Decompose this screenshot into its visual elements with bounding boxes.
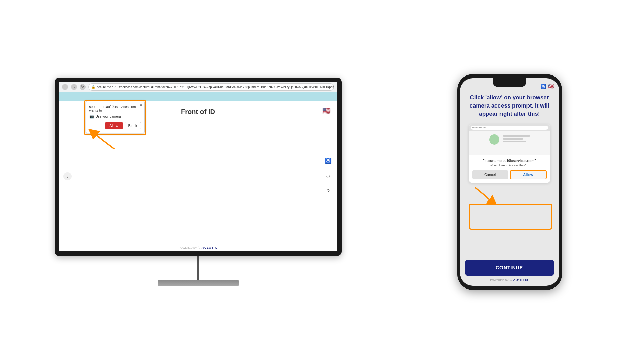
powered-by-bar: POWERED BY 🛡 AU1OTIX [179,246,217,249]
phone-mock-url-bar: secure-me.au10... [471,126,548,130]
browser-refresh-btn[interactable]: ↻ [80,84,86,90]
phone-content: Click 'allow' on your browser camera acc… [460,90,559,260]
browser-back-btn[interactable]: ← [62,84,68,90]
face-scan-icon[interactable]: ☺ [324,172,333,181]
flag-icon: 🇺🇸 [322,107,331,115]
monitor-screen: ← → ↻ 🔒 secure-me.au10ixservices.com/cap… [59,82,337,251]
phone-mock-line-3 [503,141,526,142]
phone-flag-icon: 🇺🇸 [548,84,554,89]
phone-autiotix-label: AU1OTIX [513,278,529,282]
phone-instruction-text: Click 'allow' on your browser camera acc… [467,94,552,118]
phone-bottom-section: CONTINUE POWERED BY 🛡 AU1OTIX [460,260,559,286]
phone-powered-by: POWERED BY 🛡 AU1OTIX [465,278,554,282]
ios-cancel-button[interactable]: Cancel [472,170,508,179]
phone-powered-by-text: POWERED BY [490,279,508,282]
browser-url-bar[interactable]: 🔒 secure-me.au10ixservices.com/capture/i… [88,83,334,91]
phone-mock-content-area [469,131,550,155]
side-icons: ♿ ☺ ? [324,156,333,196]
phone-section: ♿ 🇺🇸 Click 'allow' on your browser camer… [442,0,577,364]
phone-mock-browser-bar: secure-me.au10... [469,124,550,131]
phone-mock-line-1 [503,135,530,137]
help-icon[interactable]: ? [324,187,333,196]
monitor-wrapper: ← → ↻ 🔒 secure-me.au10ixservices.com/cap… [55,78,342,286]
accessibility-icon[interactable]: ♿ [324,156,333,165]
phone-orange-highlight [469,204,552,230]
back-button[interactable]: ‹ [63,172,72,180]
phone-mock-line-2 [503,138,523,140]
phone-shield-icon: 🛡 [510,279,512,282]
camera-icon: 📷 [89,114,94,119]
popup-title: secure-me.au10ixservices.com wants to [89,105,141,112]
orange-arrow [87,129,118,154]
popup-block-button[interactable]: Block [125,122,141,129]
phone-mock-browser: secure-me.au10... "secure-me.au10ix [469,124,550,183]
ios-dialog-buttons: Cancel Allow [472,170,547,179]
browser-camera-popup: × secure-me.au10ixservices.com wants to … [86,101,145,133]
ios-allow-button[interactable]: Allow [510,170,547,179]
autiotix-label: AU1OTIX [202,246,217,249]
popup-camera-row: 📷 Use your camera [89,114,141,119]
continue-button[interactable]: CONTINUE [465,260,554,276]
browser-bar: ← → ↻ 🔒 secure-me.au10ixservices.com/cap… [59,82,337,92]
phone-orange-arrow [471,184,498,206]
monitor-section: ← → ↻ 🔒 secure-me.au10ixservices.com/cap… [46,0,350,364]
phone-mock-avatar-circle [489,134,499,145]
monitor-neck [197,256,199,280]
powered-by-text: POWERED BY [179,246,197,249]
ios-dialog-message: Would Like to Access the C... [472,164,547,167]
popup-camera-text: Use your camera [96,115,121,118]
phone-top-icons: ♿ 🇺🇸 [541,84,554,89]
ios-dialog-title: "secure-me.au10ixservices.com" [472,159,547,163]
popup-allow-button[interactable]: Allow [105,122,122,129]
phone-mock-id-lines [503,135,530,142]
url-text: secure-me.au10ixservices.com/capture/idF… [97,85,334,89]
phone-accessibility-icon: ♿ [541,84,546,89]
phone-notch [493,78,526,87]
page-title: Front of ID [181,108,215,116]
shield-logo-icon: 🛡 [198,246,201,249]
ios-permission-area: "secure-me.au10ixservices.com" Would Lik… [469,155,550,183]
popup-buttons: Allow Block [89,122,141,129]
phone-frame: ♿ 🇺🇸 Click 'allow' on your browser camer… [457,74,562,290]
monitor-frame: ← → ↻ 🔒 secure-me.au10ixservices.com/cap… [55,78,342,256]
browser-forward-btn[interactable]: → [71,84,77,90]
popup-close-icon[interactable]: × [140,103,142,108]
monitor-base [158,280,239,286]
phone-screen: ♿ 🇺🇸 Click 'allow' on your browser camer… [460,78,559,286]
